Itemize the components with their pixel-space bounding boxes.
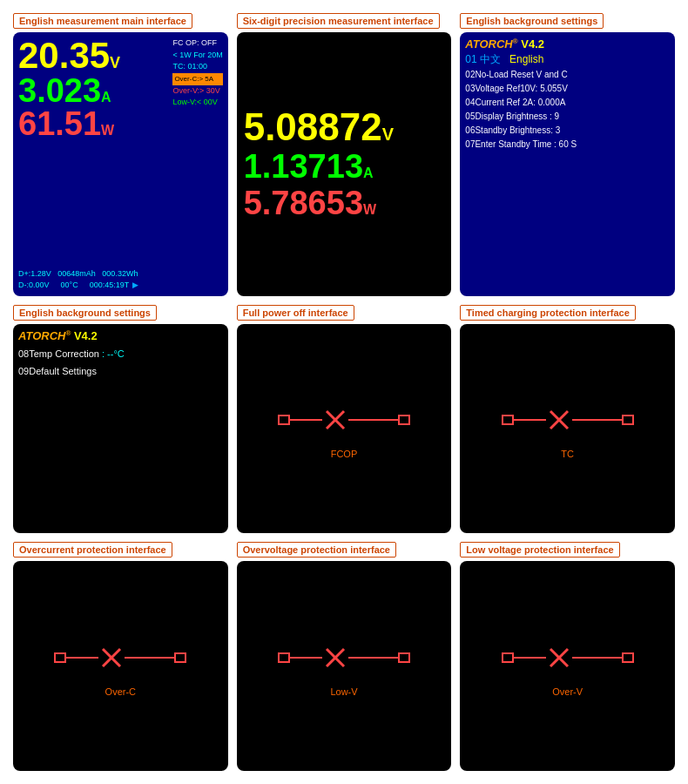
- fcop-label: FCOP: [331, 449, 358, 459]
- current-display: 3.023A: [18, 74, 120, 107]
- settings-title2: ATORCH® V4.2: [18, 329, 223, 342]
- svg-rect-0: [279, 416, 289, 424]
- svg-rect-18: [279, 653, 289, 662]
- panel-1-wrapper: English measurement main interface 20.35…: [13, 13, 228, 296]
- svg-rect-12: [55, 653, 65, 662]
- circuit-svg-fcop: [274, 398, 414, 442]
- overv-label: Over-V: [552, 686, 583, 697]
- panel-3-screen: ATORCH® V4.2 01 中文 English 02No-Load Res…: [460, 32, 675, 296]
- circuit-diagram-lowv: Low-V: [274, 636, 414, 697]
- svg-rect-23: [399, 653, 409, 662]
- panel-8-screen: Low-V: [237, 561, 452, 771]
- panel-4-wrapper: English background settings ATORCH® V4.2…: [13, 305, 228, 534]
- circuit-diagram-overc: Over-C: [51, 636, 190, 697]
- svg-rect-11: [623, 416, 633, 424]
- bottom-info: D+:1.28V 00648mAh 000.32Wh D-:0.00V 00°C…: [18, 268, 223, 292]
- panel-2-label: Six-digit precision measurement interfac…: [237, 13, 440, 29]
- circuit-svg-tc: [498, 398, 637, 442]
- panel-9-wrapper: Low voltage protection interface Over-V: [460, 542, 675, 771]
- panel-2-screen: 5.08872V 1.13713A 5.78653W: [237, 32, 452, 296]
- panel-9-label: Low voltage protection interface: [460, 542, 619, 558]
- settings-title: ATORCH® V4.2: [465, 37, 670, 51]
- panel-3-wrapper: English background settings ATORCH® V4.2…: [460, 13, 675, 296]
- page-container: English measurement main interface 20.35…: [0, 0, 688, 784]
- circuit-diagram-fcop: FCOP: [274, 398, 414, 459]
- panel-9-screen: Over-V: [460, 561, 675, 771]
- panel-6-wrapper: Timed charging protection interface TC: [460, 305, 675, 534]
- panel-5-wrapper: Full power off interface FCOP: [237, 305, 452, 534]
- svg-rect-17: [175, 653, 185, 662]
- overc-label: Over-C: [105, 686, 136, 697]
- svg-rect-6: [503, 416, 513, 424]
- panel-3-label: English background settings: [460, 13, 604, 29]
- lowv-label: Low-V: [330, 686, 357, 697]
- circuit-svg-overc: [51, 636, 190, 679]
- svg-rect-29: [623, 653, 633, 662]
- panel-5-label: Full power off interface: [237, 305, 354, 321]
- settings-lang: 01 中文 English: [465, 52, 670, 67]
- settings-items: 02No-Load Reset V and C 03Voltage Ref10V…: [465, 68, 670, 152]
- panel-7-screen: Over-C: [13, 561, 228, 771]
- panel-4-label: English background settings: [13, 305, 157, 321]
- panel-2-wrapper: Six-digit precision measurement interfac…: [237, 13, 452, 296]
- svg-rect-5: [399, 416, 409, 424]
- panel-6-label: Timed charging protection interface: [460, 305, 635, 321]
- circuit-svg-overv: [498, 636, 637, 679]
- panel-8-label: Overvoltage protection interface: [237, 542, 396, 558]
- circuit-diagram-tc: TC: [498, 398, 637, 459]
- svg-rect-24: [503, 653, 513, 662]
- prec-current: 1.13713A: [244, 149, 374, 186]
- circuit-diagram-overv: Over-V: [498, 636, 637, 697]
- panel-1-screen: 20.35V 3.023A 61.51W FC OP: OFF < 1W For…: [13, 32, 228, 296]
- settings-items2: 08Temp Correction : --°C 09Default Setti…: [18, 346, 223, 381]
- panel-1-label: English measurement main interface: [13, 13, 192, 29]
- panel-7-label: Overcurrent protection interface: [13, 542, 172, 558]
- voltage-display: 20.35V: [18, 37, 120, 74]
- right-info: FC OP: OFF < 1W For 20M TC: 01:00 Over-C…: [172, 37, 222, 109]
- circuit-svg-lowv: [274, 636, 414, 679]
- panel-6-screen: TC: [460, 324, 675, 534]
- prec-voltage: 5.08872V: [244, 106, 394, 148]
- panel-7-wrapper: Overcurrent protection interface Over-C: [13, 542, 228, 771]
- panel-4-screen: ATORCH® V4.2 08Temp Correction : --°C 09…: [13, 324, 228, 534]
- tc-label: TC: [561, 449, 574, 459]
- prec-watt: 5.78653W: [244, 186, 376, 222]
- panel-5-screen: FCOP: [237, 324, 452, 534]
- panel-8-wrapper: Overvoltage protection interface Low-V: [237, 542, 452, 771]
- watt-display: 61.51W: [18, 107, 120, 140]
